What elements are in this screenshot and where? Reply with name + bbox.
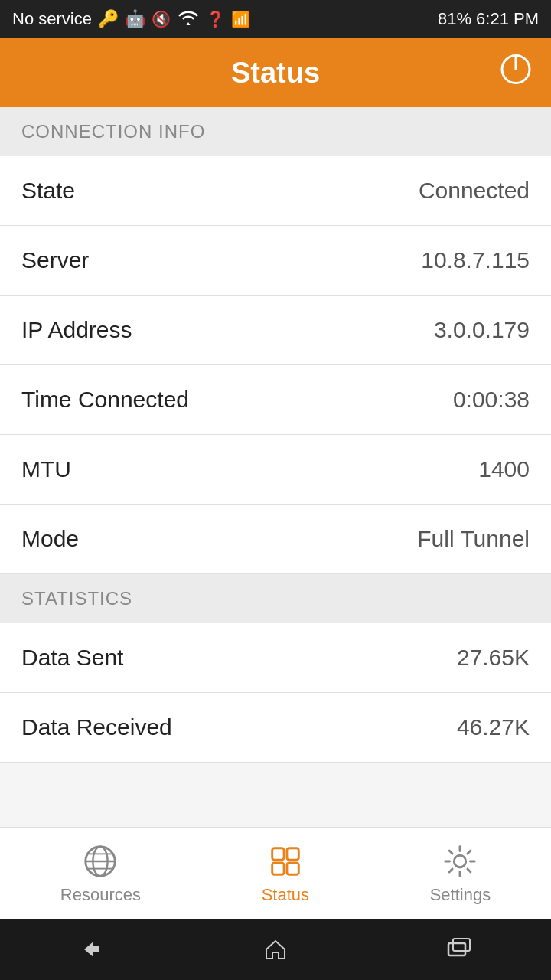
time-connected-value: 0:00:38: [453, 387, 530, 413]
mode-value: Full Tunnel: [417, 526, 530, 552]
svg-rect-10: [287, 862, 298, 874]
android-back-button[interactable]: [78, 936, 106, 963]
power-button[interactable]: [499, 53, 533, 93]
svg-rect-7: [272, 848, 284, 859]
nav-item-status[interactable]: Status: [262, 842, 309, 905]
app-header: Status: [0, 38, 551, 107]
mute-icon: 🔇: [152, 10, 171, 28]
question-icon: ❓: [206, 10, 225, 28]
ip-address-label: IP Address: [21, 317, 132, 343]
svg-rect-9: [272, 862, 284, 874]
bottom-nav: Resources Status Settings: [0, 827, 551, 919]
content-area: CONNECTION INFO State Connected Server 1…: [0, 107, 551, 827]
wifi-icon: [177, 8, 200, 31]
nav-settings-label: Settings: [430, 885, 491, 905]
data-sent-label: Data Sent: [21, 645, 123, 671]
mtu-label: MTU: [21, 456, 71, 482]
server-value: 10.8.7.115: [421, 247, 530, 273]
svg-rect-13: [453, 939, 470, 951]
state-value: Connected: [419, 178, 530, 204]
time-connected-row: Time Connected 0:00:38: [0, 365, 551, 435]
android-recents-button[interactable]: [445, 936, 473, 963]
page-title: Status: [231, 57, 320, 90]
nav-status-label: Status: [262, 885, 309, 905]
status-bar-right: 81% 6:21 PM: [438, 9, 539, 29]
key-icon: 🔑: [98, 9, 119, 29]
state-label: State: [21, 178, 75, 204]
connection-info-header: CONNECTION INFO: [0, 107, 551, 156]
android-icon: 🤖: [125, 9, 145, 29]
status-bar-left: No service 🔑 🤖 🔇 ❓ 📶: [12, 8, 250, 31]
mode-row: Mode Full Tunnel: [0, 505, 551, 574]
mtu-value: 1400: [478, 456, 530, 482]
nav-item-resources[interactable]: Resources: [60, 842, 141, 905]
data-received-row: Data Received 46.27K: [0, 693, 551, 763]
nav-item-settings[interactable]: Settings: [430, 842, 491, 905]
time-connected-label: Time Connected: [21, 387, 189, 413]
android-home-button[interactable]: [262, 936, 289, 963]
signal-icon: 📶: [231, 10, 250, 28]
data-received-label: Data Received: [21, 714, 172, 740]
nav-resources-label: Resources: [60, 885, 141, 905]
ip-address-value: 3.0.0.179: [434, 317, 530, 343]
statistics-header: STATISTICS: [0, 574, 551, 623]
time-text: 6:21 PM: [476, 9, 539, 29]
server-row: Server 10.8.7.115: [0, 226, 551, 296]
svg-point-11: [455, 855, 466, 867]
data-received-value: 46.27K: [457, 714, 530, 740]
mode-label: Mode: [21, 526, 79, 552]
status-bar: No service 🔑 🤖 🔇 ❓ 📶 81% 6:21 PM: [0, 0, 551, 38]
svg-rect-12: [448, 943, 465, 956]
server-label: Server: [21, 247, 89, 273]
carrier-text: No service: [12, 9, 92, 29]
mtu-row: MTU 1400: [0, 435, 551, 505]
svg-rect-8: [287, 848, 298, 859]
data-sent-row: Data Sent 27.65K: [0, 623, 551, 693]
android-nav-bar: [0, 919, 551, 980]
battery-text: 81%: [438, 9, 471, 29]
data-sent-value: 27.65K: [457, 645, 530, 671]
ip-address-row: IP Address 3.0.0.179: [0, 296, 551, 365]
state-row: State Connected: [0, 156, 551, 226]
